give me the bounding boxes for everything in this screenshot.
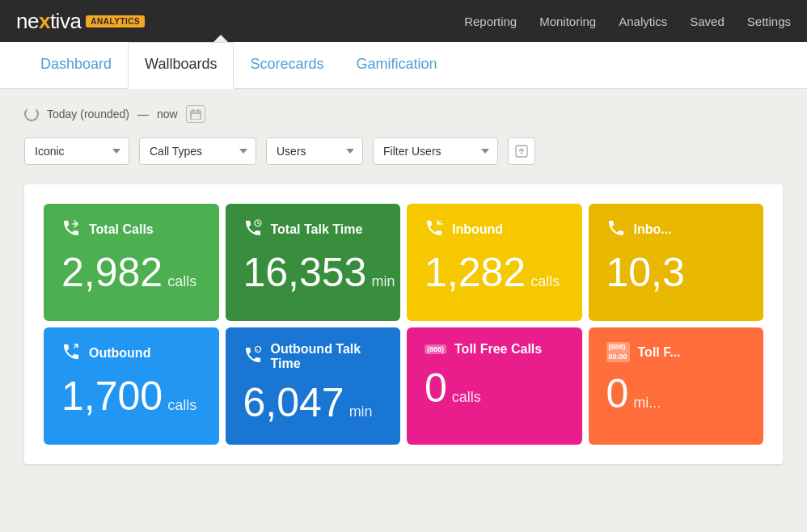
- svg-text:∞: ∞: [256, 348, 258, 352]
- cards-grid: Total Calls 2,982 calls: [44, 204, 763, 445]
- card-outbound-talk-time-number: 6,047: [243, 382, 344, 423]
- export-button[interactable]: [508, 137, 535, 165]
- users-select[interactable]: Users: [266, 137, 363, 165]
- card-inbound-talk-time-number: 10,3: [606, 252, 685, 293]
- tab-gamification[interactable]: Gamification: [340, 43, 453, 88]
- phone-inbound-icon: [425, 218, 444, 241]
- card-toll-free-talk-time-header: (888) 00:00 Toll F...: [606, 342, 746, 362]
- card-inbound-talk-time-value-row: 10,3: [606, 252, 746, 293]
- filter-users-select[interactable]: Filter Users: [373, 137, 498, 165]
- phone-outbound-clock-icon: ∞: [243, 345, 263, 368]
- card-outbound-value-row: 1,700 calls: [61, 376, 201, 416]
- card-toll-free-calls-value-row: 0 calls: [425, 368, 564, 408]
- cards-container: Total Calls 2,982 calls: [24, 184, 783, 464]
- card-inbound-title: Inbound: [452, 222, 503, 237]
- view-select[interactable]: Iconic: [24, 137, 129, 165]
- nav-monitoring[interactable]: Monitoring: [539, 15, 596, 28]
- date-separator: —: [137, 108, 149, 120]
- card-toll-free-calls-number: 0: [425, 368, 447, 408]
- call-types-select[interactable]: Call Types: [139, 137, 256, 165]
- nav-reporting[interactable]: Reporting: [464, 15, 517, 28]
- card-outbound-talk-time-title: Outbound Talk Time: [271, 342, 383, 371]
- card-total-calls-header: Total Calls: [61, 218, 201, 241]
- nav-saved[interactable]: Saved: [690, 15, 725, 28]
- card-total-calls-unit: calls: [167, 273, 196, 290]
- logo: nextiva ANALYTICS: [16, 9, 145, 34]
- card-total-calls-value-row: 2,982 calls: [61, 252, 201, 293]
- tabs-bar: Dashboard Wallboards Scorecards Gamifica…: [0, 42, 807, 89]
- card-toll-free-calls: (888) Toll Free Calls 0 calls: [407, 327, 582, 445]
- top-navigation: nextiva ANALYTICS Reporting Monitoring A…: [0, 0, 807, 42]
- card-toll-free-calls-unit: calls: [452, 389, 481, 406]
- filters-row: Iconic Call Types Users Filter Users: [24, 137, 783, 165]
- card-outbound-talk-time-unit: min: [349, 403, 373, 420]
- card-outbound-talk-time-value-row: 6,047 min: [243, 382, 383, 423]
- card-total-calls: Total Calls 2,982 calls: [44, 204, 219, 321]
- card-total-talk-time: Total Talk Time 16,353 min: [226, 204, 401, 321]
- nav-analytics[interactable]: Analytics: [619, 15, 667, 28]
- content-area: Today (rounded) — now Iconic Call Types …: [0, 89, 807, 480]
- card-inbound-unit: calls: [530, 273, 560, 290]
- card-toll-free-talk-time: (888) 00:00 Toll F... 0 mi...: [589, 327, 764, 445]
- card-total-talk-time-number: 16,353: [243, 252, 367, 293]
- analytics-badge: ANALYTICS: [86, 15, 145, 27]
- phone-incoming-icon: [61, 218, 81, 241]
- card-total-talk-time-header: Total Talk Time: [243, 218, 383, 241]
- card-inbound: Inbound 1,282 calls: [407, 204, 582, 321]
- card-inbound-value-row: 1,282 calls: [425, 252, 564, 293]
- card-outbound-unit: calls: [167, 397, 196, 414]
- card-toll-free-talk-time-unit: mi...: [633, 395, 661, 412]
- nav-settings[interactable]: Settings: [747, 15, 791, 28]
- phone-clock-icon: [243, 218, 263, 241]
- svg-rect-0: [191, 111, 201, 120]
- date-text: Today (rounded): [47, 108, 129, 120]
- toll-free-clock-icon: (888) 00:00: [606, 342, 630, 362]
- card-total-calls-title: Total Calls: [89, 222, 154, 237]
- card-toll-free-calls-header: (888) Toll Free Calls: [425, 342, 564, 357]
- phone-outbound-icon: [61, 342, 81, 365]
- phone-clock-inbound-icon: [606, 218, 626, 241]
- card-outbound: Outbound 1,700 calls: [44, 327, 219, 445]
- card-toll-free-talk-time-title: Toll F...: [638, 345, 681, 360]
- card-inbound-talk-time: Inbo... 10,3: [589, 204, 764, 321]
- tab-scorecards[interactable]: Scorecards: [234, 43, 340, 88]
- calendar-icon[interactable]: [186, 105, 205, 123]
- card-toll-free-talk-time-number: 0: [606, 374, 629, 414]
- refresh-icon[interactable]: [24, 107, 39, 121]
- card-total-talk-time-title: Total Talk Time: [271, 222, 363, 237]
- card-inbound-talk-time-header: Inbo...: [606, 218, 746, 241]
- card-inbound-number: 1,282: [425, 252, 526, 293]
- card-inbound-header: Inbound: [425, 218, 564, 241]
- date-now: now: [157, 108, 178, 120]
- card-total-calls-number: 2,982: [61, 252, 163, 293]
- card-outbound-title: Outbound: [89, 346, 150, 361]
- tab-wallboards[interactable]: Wallboards: [128, 42, 234, 89]
- card-inbound-talk-time-title: Inbo...: [634, 222, 672, 237]
- card-toll-free-calls-title: Toll Free Calls: [454, 342, 542, 357]
- date-row: Today (rounded) — now: [24, 105, 783, 123]
- logo-text: nextiva: [16, 9, 81, 34]
- card-outbound-talk-time-header: ∞ Outbound Talk Time: [243, 342, 383, 371]
- card-outbound-header: Outbound: [61, 342, 201, 365]
- card-outbound-talk-time: ∞ Outbound Talk Time 6,047 min: [226, 327, 401, 445]
- nav-links: Reporting Monitoring Analytics Saved Set…: [464, 15, 791, 28]
- tab-dashboard[interactable]: Dashboard: [24, 43, 128, 88]
- card-outbound-number: 1,700: [61, 376, 163, 416]
- card-total-talk-time-value-row: 16,353 min: [243, 252, 383, 293]
- card-toll-free-talk-time-value-row: 0 mi...: [606, 374, 746, 414]
- card-total-talk-time-unit: min: [371, 273, 395, 290]
- toll-free-icon: (888): [425, 344, 446, 355]
